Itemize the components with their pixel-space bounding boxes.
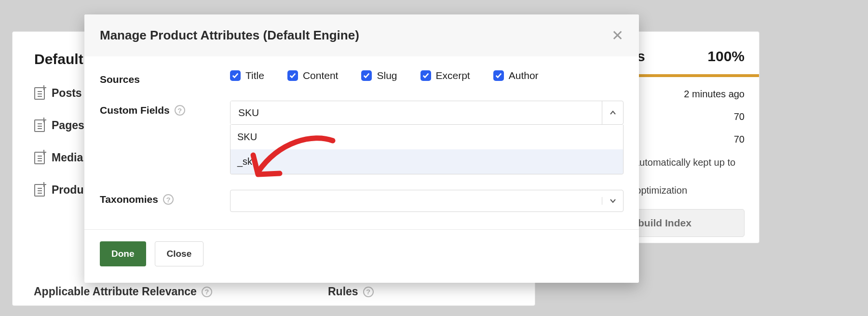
manage-attributes-modal: Manage Product Attributes (Default Engin…: [84, 14, 639, 283]
dropdown-option-sku[interactable]: SKU: [231, 125, 623, 149]
custom-fields-dropdown: SKU _sku: [230, 125, 624, 174]
close-button[interactable]: Close: [155, 241, 204, 266]
checkbox-author[interactable]: Author: [493, 70, 539, 81]
checkbox-icon: [287, 70, 298, 81]
custom-fields-combo: SKU _sku: [230, 101, 624, 174]
help-icon[interactable]: ?: [175, 105, 185, 116]
checkbox-label: Title: [245, 70, 264, 81]
status-row-value: 70: [734, 111, 745, 122]
help-icon[interactable]: ?: [363, 287, 374, 297]
taxonomies-label: Taxonomies ?: [100, 190, 230, 205]
sidebar-item-label: Pages: [52, 119, 84, 132]
close-icon[interactable]: ✕: [611, 28, 624, 43]
checkbox-excerpt[interactable]: Excerpt: [420, 70, 470, 81]
status-row-value: 70: [734, 134, 745, 145]
checkbox-label: Slug: [377, 70, 397, 81]
help-icon[interactable]: ?: [202, 287, 212, 297]
checkbox-label: Author: [509, 70, 539, 81]
rules-label: Rules: [328, 285, 358, 298]
modal-body: Sources Title Content Slug Excerpt: [84, 56, 639, 230]
custom-fields-label-text: Custom Fields: [100, 105, 170, 116]
checkbox-title[interactable]: Title: [230, 70, 264, 81]
attribute-relevance-heading: Applicable Attribute Relevance ?: [34, 285, 212, 298]
custom-fields-input-wrap: [230, 101, 624, 125]
sources-checkboxes: Title Content Slug Excerpt Author: [230, 70, 624, 81]
index-status-percent: 100%: [707, 48, 745, 65]
modal-header: Manage Product Attributes (Default Engin…: [84, 14, 639, 56]
rules-heading: Rules ?: [328, 285, 374, 298]
chevron-down-icon[interactable]: [602, 197, 623, 205]
status-row-value: 2 minutes ago: [684, 89, 745, 100]
custom-fields-input[interactable]: [231, 101, 602, 124]
doc-plus-icon: [34, 152, 45, 164]
sources-label: Sources: [100, 70, 230, 85]
checkbox-icon: [420, 70, 431, 81]
custom-fields-label: Custom Fields ?: [100, 101, 230, 116]
checkbox-icon: [361, 70, 372, 81]
sidebar-item-label: Media: [52, 151, 83, 164]
taxonomies-row: Taxonomies ?: [100, 190, 624, 212]
sources-row: Sources Title Content Slug Excerpt: [100, 70, 624, 85]
modal-title: Manage Product Attributes (Default Engin…: [100, 28, 359, 43]
custom-fields-row: Custom Fields ? SKU _sku: [100, 101, 624, 174]
checkbox-icon: [230, 70, 241, 81]
done-button[interactable]: Done: [100, 241, 146, 266]
doc-plus-icon: [34, 87, 45, 100]
attribute-relevance-label: Applicable Attribute Relevance: [34, 285, 197, 298]
checkbox-slug[interactable]: Slug: [361, 70, 397, 81]
taxonomies-combo-wrap: [230, 190, 624, 212]
help-icon[interactable]: ?: [163, 194, 174, 205]
sidebar-item-label: Posts: [52, 87, 82, 100]
doc-plus-icon: [34, 184, 45, 197]
checkbox-label: Content: [303, 70, 339, 81]
checkbox-icon: [493, 70, 504, 81]
doc-plus-icon: [34, 119, 45, 132]
checkbox-content[interactable]: Content: [287, 70, 339, 81]
chevron-up-icon[interactable]: [602, 101, 623, 124]
checkbox-label: Excerpt: [436, 70, 470, 81]
modal-footer: Done Close: [84, 230, 639, 283]
taxonomies-label-text: Taxonomies: [100, 194, 158, 205]
dropdown-option-_sku[interactable]: _sku: [231, 149, 623, 174]
sidebar-item-label: Produ: [52, 184, 83, 197]
taxonomies-combo[interactable]: [230, 190, 624, 212]
